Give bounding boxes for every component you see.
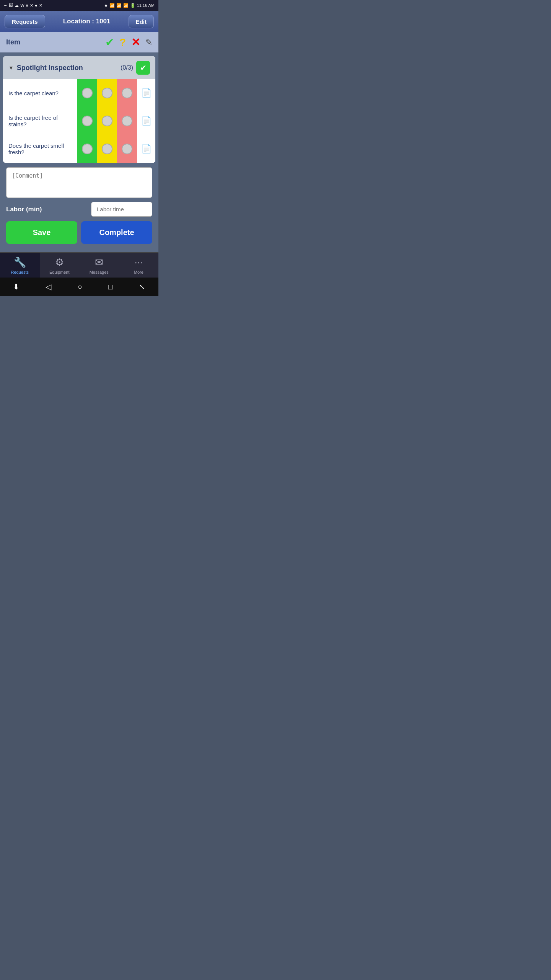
note-icon[interactable]: 📄	[141, 88, 152, 98]
x-icon: ✕	[39, 3, 42, 8]
green-radio-cell[interactable]	[77, 107, 97, 135]
note-icon[interactable]: 📄	[141, 116, 152, 126]
inspection-table: Is the carpet clean? 📄 Is the carpet fre…	[3, 79, 155, 163]
question-text: Is the carpet clean?	[3, 85, 77, 101]
note-cell[interactable]: 📄	[137, 135, 155, 163]
nav-label-messages: Messages	[90, 270, 109, 274]
status-right-icons: ★ 📶 📶 📶 🔋 11:16 AM	[104, 3, 155, 8]
radio-red[interactable]	[122, 116, 132, 126]
wrench-icon: 🔧	[14, 256, 26, 268]
complete-button[interactable]: Complete	[81, 221, 152, 244]
close-icon: ✕	[30, 3, 33, 8]
radio-green[interactable]	[82, 88, 93, 98]
more-dots-icon: ···	[134, 256, 143, 268]
radio-red[interactable]	[122, 144, 132, 154]
bottom-nav: 🔧 Requests ⚙ Equipment ✉ Messages ··· Mo…	[0, 252, 158, 278]
nav-label-more: More	[134, 270, 143, 274]
labor-label: Labor (min)	[6, 206, 87, 213]
note-icon[interactable]: 📄	[141, 144, 152, 154]
clock: 11:16 AM	[137, 3, 155, 8]
word-icon: W	[20, 3, 24, 8]
radio-yellow[interactable]	[102, 116, 112, 126]
nav-item-more[interactable]: ··· More	[119, 253, 159, 278]
red-radio-cell[interactable]	[117, 135, 137, 163]
status-left-icons: ··· 🖼 ☁ W ≡ ✕ ● ✕	[4, 3, 42, 8]
main-content: ▼ Spotlight Inspection (0/3) ✔ Is the ca…	[0, 52, 158, 252]
upload-icon: ☁	[15, 3, 19, 8]
radio-yellow[interactable]	[102, 144, 112, 154]
radio-green[interactable]	[82, 116, 93, 126]
nav-down-icon[interactable]: ⬇	[13, 282, 20, 291]
nav-recents-icon[interactable]: □	[108, 283, 113, 291]
x-icon[interactable]: ✕	[131, 36, 140, 49]
nav-label-equipment: Equipment	[49, 270, 70, 274]
nav-home-icon[interactable]: ○	[77, 283, 82, 291]
requests-button[interactable]: Requests	[5, 15, 45, 28]
item-bar: Item ✔ ? ✕ ✎	[0, 32, 158, 52]
red-radio-cell[interactable]	[117, 79, 137, 107]
nav-back-icon[interactable]: ◁	[46, 282, 51, 291]
comment-section: Labor (min)	[2, 167, 156, 217]
inspection-check-badge: ✔	[136, 61, 150, 75]
app-header: Requests Location : 1001 Edit	[0, 11, 158, 32]
table-row: Is the carpet clean? 📄	[3, 79, 155, 107]
note-cell[interactable]: 📄	[137, 107, 155, 135]
network-label: 📶	[116, 3, 122, 8]
edit-button[interactable]: Edit	[129, 15, 154, 28]
radio-yellow[interactable]	[102, 88, 112, 98]
edit-icon[interactable]: ✎	[145, 38, 152, 47]
green-radio-cell[interactable]	[77, 135, 97, 163]
image-icon: 🖼	[9, 3, 13, 8]
signal-icon: 📶	[123, 3, 129, 8]
inspection-count: (0/3)	[121, 64, 133, 71]
collapse-triangle[interactable]: ▼	[8, 65, 14, 71]
note-cell[interactable]: 📄	[137, 79, 155, 107]
circle-icon: ●	[35, 3, 37, 8]
inspection-count-area: (0/3) ✔	[121, 61, 150, 75]
yellow-radio-cell[interactable]	[97, 79, 117, 107]
system-nav-bar: ⬇ ◁ ○ □ ⤡	[0, 278, 158, 296]
labor-input[interactable]	[91, 202, 152, 217]
question-text: Does the carpet smell fresh?	[3, 138, 77, 160]
doc-icon: ≡	[26, 3, 28, 8]
inspection-header: ▼ Spotlight Inspection (0/3) ✔	[3, 56, 155, 79]
nav-label-requests: Requests	[11, 270, 29, 274]
labor-row: Labor (min)	[6, 202, 152, 217]
question-icon[interactable]: ?	[119, 36, 126, 49]
inspection-card: ▼ Spotlight Inspection (0/3) ✔ Is the ca…	[3, 56, 155, 163]
nav-item-requests[interactable]: 🔧 Requests	[0, 253, 40, 278]
notification-dots: ···	[4, 3, 7, 8]
wifi-icon: 📶	[109, 3, 115, 8]
save-button[interactable]: Save	[6, 221, 77, 244]
item-label: Item	[6, 38, 99, 46]
nav-compress-icon[interactable]: ⤡	[139, 282, 145, 291]
header-title: Location : 1001	[63, 18, 111, 25]
nav-item-messages[interactable]: ✉ Messages	[79, 253, 119, 278]
table-row: Is the carpet free of stains? 📄	[3, 107, 155, 135]
question-text: Is the carpet free of stains?	[3, 110, 77, 132]
yellow-radio-cell[interactable]	[97, 135, 117, 163]
nav-item-equipment[interactable]: ⚙ Equipment	[40, 253, 80, 278]
inspection-title: Spotlight Inspection	[17, 64, 117, 72]
red-radio-cell[interactable]	[117, 107, 137, 135]
star-icon: ★	[104, 3, 108, 8]
battery-icon: 🔋	[130, 3, 135, 8]
green-radio-cell[interactable]	[77, 79, 97, 107]
item-bar-icons: ✔ ? ✕ ✎	[105, 36, 152, 49]
envelope-icon: ✉	[95, 256, 103, 268]
radio-green[interactable]	[82, 144, 93, 154]
yellow-radio-cell[interactable]	[97, 107, 117, 135]
gear-icon: ⚙	[55, 256, 64, 268]
table-row: Does the carpet smell fresh? 📄	[3, 135, 155, 163]
action-buttons: Save Complete	[2, 221, 156, 244]
radio-red[interactable]	[122, 88, 132, 98]
check-icon[interactable]: ✔	[105, 36, 114, 49]
status-bar: ··· 🖼 ☁ W ≡ ✕ ● ✕ ★ 📶 📶 📶 🔋 11:16 AM	[0, 0, 158, 11]
comment-input[interactable]	[6, 167, 152, 198]
